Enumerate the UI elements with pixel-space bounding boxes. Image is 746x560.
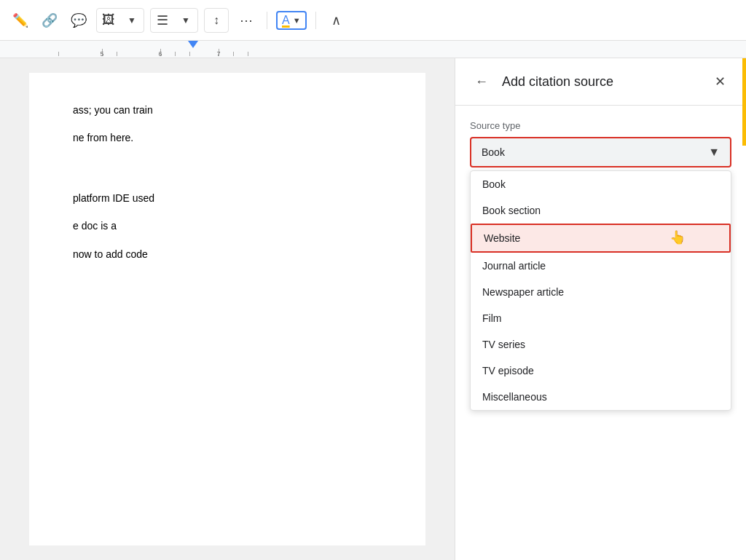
dropdown-arrow-icon: ▼ <box>708 146 720 159</box>
highlight-icon: A <box>282 14 290 27</box>
dropdown-menu: Book Book section Website 👆 Journal arti… <box>470 170 731 411</box>
ruler-tick <box>58 52 59 56</box>
ruler-label-6: 6 <box>158 50 162 58</box>
toolbar-divider <box>267 12 267 29</box>
source-type-dropdown[interactable]: Book ▼ <box>470 137 731 167</box>
collapse-icon[interactable]: ∧ <box>325 9 348 32</box>
back-button[interactable]: ← <box>470 70 493 93</box>
ruler-tick <box>117 52 117 56</box>
ruler: 5 6 7 <box>0 41 746 58</box>
doc-text-3: platform IDE used <box>73 190 382 206</box>
ruler-position-marker <box>188 41 198 48</box>
citation-panel: ← Add citation source ✕ Source type Book… <box>455 58 746 560</box>
dropdown-item-book-section[interactable]: Book section <box>471 197 731 224</box>
dropdown-item-tv-episode[interactable]: TV episode <box>471 358 731 384</box>
dropdown-item-book[interactable]: Book <box>471 171 731 197</box>
source-type-label: Source type <box>470 120 731 131</box>
dropdown-item-tv-series[interactable]: TV series <box>471 331 731 358</box>
highlight-dropdown-icon: ▼ <box>293 16 301 25</box>
dropdown-item-film[interactable]: Film <box>471 305 731 331</box>
link-icon[interactable]: 🔗 <box>38 9 61 32</box>
align-icon[interactable]: ☰ <box>151 9 174 32</box>
line-spacing-icon[interactable]: ↕ <box>205 9 228 32</box>
doc-page: ass; you can train ne from here. platfor… <box>29 73 425 545</box>
align-dropdown-icon[interactable]: ▼ <box>174 9 197 32</box>
panel-title: Add citation source <box>502 74 699 90</box>
align-btn-group: ☰ ▼ <box>150 8 198 33</box>
ruler-inner: 5 6 7 <box>0 41 746 58</box>
doc-text-4: e doc is a <box>73 218 382 234</box>
ruler-tick <box>175 52 176 56</box>
panel-body: Source type Book ▼ Book Book section Web… <box>455 106 746 425</box>
toolbar: ✏️ 🔗 💬 🖼 ▼ ☰ ▼ ↕ ⋯ A ▼ ∧ <box>0 0 746 41</box>
image-dropdown-icon[interactable]: ▼ <box>120 9 144 32</box>
dropdown-item-newspaper[interactable]: Newspaper article <box>471 279 731 305</box>
image-icon[interactable]: 🖼 <box>97 9 120 32</box>
dropdown-item-journal[interactable]: Journal article <box>471 253 731 279</box>
more-options-icon[interactable]: ⋯ <box>235 9 258 32</box>
highlight-button[interactable]: A ▼ <box>276 11 307 30</box>
cursor-pointer-icon: 👆 <box>670 229 686 245</box>
doc-text-5: now to add code <box>73 246 382 262</box>
ruler-label-7: 7 <box>216 50 220 58</box>
panel-header: ← Add citation source ✕ <box>455 58 746 106</box>
ruler-tick <box>233 52 234 56</box>
image-btn-group: 🖼 ▼ <box>96 8 144 33</box>
source-type-value: Book <box>482 146 505 158</box>
panel-accent <box>742 58 746 146</box>
dropdown-item-website[interactable]: Website 👆 <box>471 224 731 253</box>
doc-text-2: ne from here. <box>73 130 382 146</box>
document-area: ass; you can train ne from here. platfor… <box>0 58 455 560</box>
close-button[interactable]: ✕ <box>708 70 731 93</box>
main-content: ass; you can train ne from here. platfor… <box>0 58 746 560</box>
toolbar-divider-2 <box>315 12 316 29</box>
line-spacing-btn-group: ↕ <box>204 8 229 33</box>
dropdown-item-miscellaneous[interactable]: Miscellaneous <box>471 384 731 410</box>
ruler-tick <box>189 52 190 56</box>
pencil-icon[interactable]: ✏️ <box>9 9 32 32</box>
doc-text-1: ass; you can train <box>73 102 382 118</box>
ruler-label-5: 5 <box>100 50 103 58</box>
ruler-tick <box>248 52 248 56</box>
comment-icon[interactable]: 💬 <box>67 9 90 32</box>
